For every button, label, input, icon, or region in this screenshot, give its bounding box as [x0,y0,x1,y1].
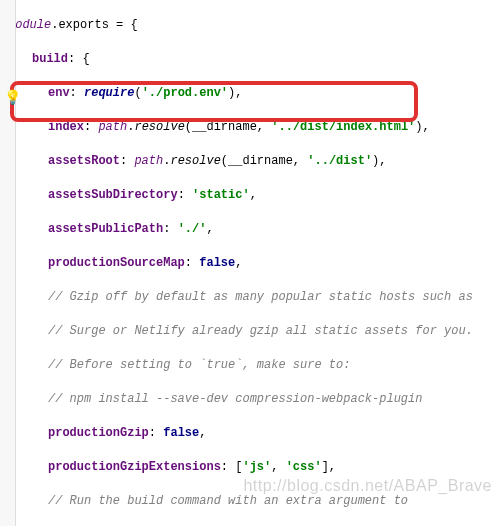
code-editor[interactable]: module.exports = { build: { env: require… [0,0,502,526]
code-line: env: require('./prod.env'), [8,85,502,102]
code-line: assetsPublicPath: './', [8,221,502,238]
code-line: assetsSubDirectory: 'static', [8,187,502,204]
code-comment: // npm install --save-dev compression-we… [8,391,502,408]
code-line: productionSourceMap: false, [8,255,502,272]
code-comment: // Gzip off by default as many popular s… [8,289,502,306]
code-line: module.exports = { [8,17,502,34]
gutter [0,0,16,526]
code-line: productionGzipExtensions: ['js', 'css'], [8,459,502,476]
code-line: productionGzip: false, [8,425,502,442]
code-comment: // Surge or Netlify already gzip all sta… [8,323,502,340]
code-line: build: { [8,51,502,68]
code-line: index: path.resolve(__dirname, '../dist/… [8,119,502,136]
code-comment: // Run the build command with an extra a… [8,493,502,510]
code-line: assetsRoot: path.resolve(__dirname, '../… [8,153,502,170]
code-comment: // Before setting to `true`, make sure t… [8,357,502,374]
